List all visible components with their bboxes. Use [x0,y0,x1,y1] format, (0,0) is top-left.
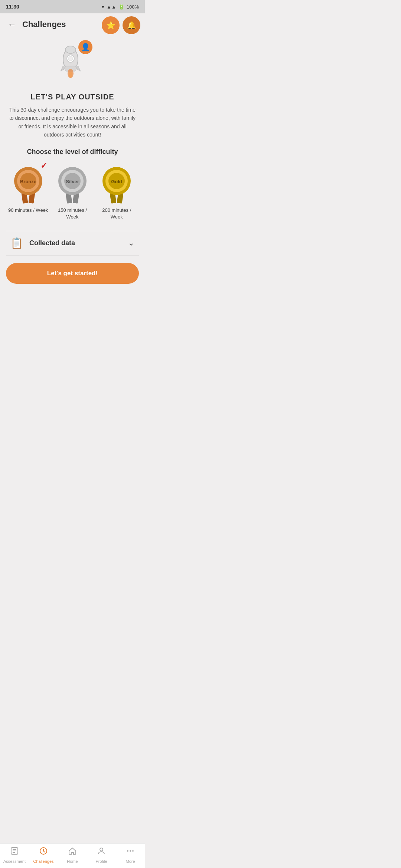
silver-medal-svg: Silver [56,163,89,204]
svg-point-8 [69,72,72,78]
signal-icon: ▲▲ [107,4,116,10]
challenge-title: LET'S PLAY OUTSIDE [30,93,114,101]
bronze-checkmark: ✓ [40,161,47,171]
gold-medal-wrap: Gold [100,163,133,204]
svg-point-3 [68,56,73,61]
gold-minutes: 200 minutes / Week [96,207,137,220]
data-icon: 📋 [10,237,23,249]
chevron-down-icon: ⌄ [128,238,134,248]
challenge-illustration: 👤 [54,42,91,90]
top-bar-icons: ⭐ 🔔 [102,16,140,34]
svg-point-1 [65,46,76,53]
bronze-minutes: 90 minutes / Week [8,207,48,214]
top-bar: ← Challenges ⭐ 🔔 [0,13,145,36]
wifi-icon: ▾ [102,4,104,10]
status-bar: 11:30 ▾ ▲▲ 🔋 100% [0,0,145,13]
gold-medal-item[interactable]: Gold 200 minutes / Week [96,163,137,220]
silver-minutes: 150 minutes / Week [52,207,93,220]
bronze-medal-wrap: Bronze ✓ [12,163,45,204]
silver-medal-item[interactable]: Silver 150 minutes / Week [52,163,93,220]
collected-data-row[interactable]: 📋 Collected data ⌄ [6,231,139,256]
silver-medal-wrap: Silver [56,163,89,204]
svg-text:Bronze: Bronze [20,179,36,184]
notifications-button[interactable]: 🔔 [123,16,140,34]
page-title: Challenges [22,20,66,29]
star-icon: ⭐ [106,21,115,30]
collected-data-label: Collected data [29,239,128,247]
bell-icon: 🔔 [127,21,136,30]
difficulty-section: Choose the level of difficulty [6,148,139,231]
svg-text:Silver: Silver [66,179,79,184]
svg-text:Gold: Gold [111,179,123,184]
battery-icon: 🔋 [118,4,124,10]
start-button[interactable]: Let's get started! [6,263,139,284]
status-time: 11:30 [6,4,19,10]
badge-button[interactable]: ⭐ [102,16,120,34]
battery-pct: 100% [127,4,139,10]
gold-medal-svg: Gold [100,163,133,204]
medals-row: Bronze ✓ 90 minutes / Week Silver [6,163,139,220]
challenge-description: This 30-day challenge encourages you to … [6,106,139,139]
user-avatar: 👤 [78,40,92,54]
difficulty-title: Choose the level of difficulty [6,148,139,156]
avatar-icon: 👤 [81,43,90,52]
status-icons: ▾ ▲▲ 🔋 100% [102,4,139,10]
bronze-medal-item[interactable]: Bronze ✓ 90 minutes / Week [8,163,49,214]
main-content: 👤 LET'S PLAY OUTSIDE This 30-day challen… [0,36,145,322]
bronze-medal-svg: Bronze [12,163,45,204]
back-button[interactable]: ← [6,18,18,31]
